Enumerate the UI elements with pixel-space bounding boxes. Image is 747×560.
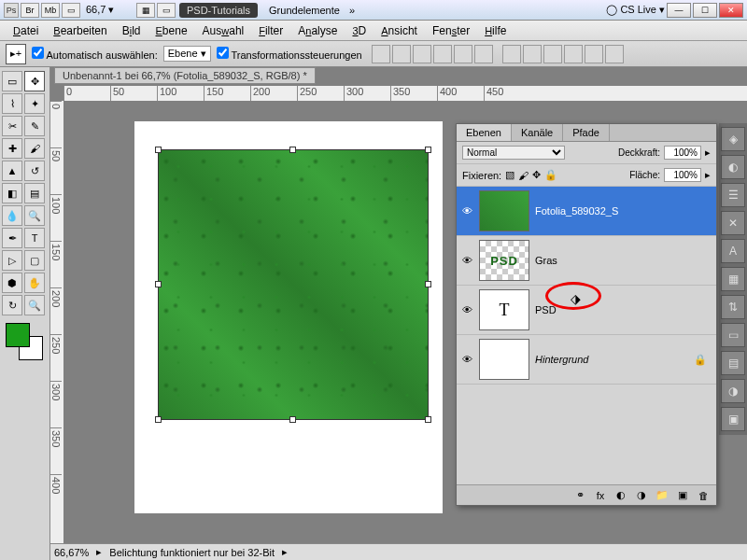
menu-bearbeiten[interactable]: Bearbeiten	[46, 24, 114, 37]
crop-tool[interactable]: ✂	[2, 116, 22, 136]
layer-name[interactable]: PSD	[535, 304, 557, 315]
move-tool[interactable]: ✥	[24, 71, 45, 91]
zoom-tool[interactable]: 🔍	[24, 295, 45, 315]
menu-fenster[interactable]: Fenster	[425, 24, 477, 37]
layer-row[interactable]: 👁 Hintergrund 🔒	[457, 335, 716, 385]
tab-ebenen[interactable]: Ebenen	[457, 124, 512, 141]
transform-handle[interactable]	[289, 416, 296, 423]
dock-layers-icon[interactable]: ◈	[721, 127, 745, 151]
layer-row[interactable]: 👁 T PSD	[457, 286, 716, 335]
menu-bild[interactable]: Bild	[115, 24, 148, 37]
marquee-tool[interactable]: ▭	[2, 71, 22, 91]
maximize-button[interactable]: ☐	[693, 3, 717, 18]
dock-clone-icon[interactable]: ⇅	[721, 295, 745, 319]
history-brush-tool[interactable]: ↺	[24, 161, 45, 181]
align-hcenter-icon[interactable]	[454, 45, 472, 63]
status-arrow-icon[interactable]: ▸	[96, 546, 102, 558]
new-layer-icon[interactable]: ▣	[675, 489, 690, 501]
status-flyout-icon[interactable]: ▸	[282, 546, 288, 558]
lock-transparency-icon[interactable]: ▧	[505, 169, 514, 181]
stamp-tool[interactable]: ▲	[2, 161, 22, 181]
brush-tool[interactable]: 🖌	[24, 138, 45, 159]
menu-auswahl[interactable]: Auswahl	[195, 24, 252, 37]
status-zoom[interactable]: 66,67%	[54, 547, 89, 558]
fill-flyout-icon[interactable]: ▸	[705, 169, 711, 181]
dist-1-icon[interactable]	[502, 45, 521, 63]
layer-thumb[interactable]: PSD	[479, 240, 529, 281]
dodge-tool[interactable]: 🔍	[24, 205, 45, 226]
tab-kanaele[interactable]: Kanäle	[512, 124, 563, 141]
path-select-tool[interactable]: ▷	[2, 250, 22, 271]
transform-handle[interactable]	[425, 416, 431, 423]
eraser-tool[interactable]: ◧	[2, 183, 22, 203]
shape-tool[interactable]: ▢	[24, 250, 45, 271]
menu-filter[interactable]: Filter	[251, 24, 290, 37]
dock-styles-icon[interactable]: A	[721, 239, 745, 263]
fill-value[interactable]: 100%	[664, 168, 701, 182]
cslive-button[interactable]: ◯ CS Live ▾	[606, 4, 665, 16]
blur-tool[interactable]: 💧	[2, 205, 22, 226]
transform-handle[interactable]	[289, 147, 296, 153]
blend-mode-select[interactable]: Normal	[462, 146, 565, 160]
hand-tool[interactable]: ✋	[24, 273, 45, 293]
close-button[interactable]: ✕	[719, 3, 743, 18]
healing-tool[interactable]: ✚	[2, 138, 22, 159]
transform-handle[interactable]	[425, 281, 431, 287]
layer-mask-icon[interactable]: ◐	[613, 489, 628, 501]
dist-4-icon[interactable]	[564, 45, 583, 63]
visibility-icon[interactable]: 👁	[460, 354, 473, 365]
3d-tool[interactable]: ⬢	[2, 273, 22, 293]
document-tab[interactable]: Unbenannt-1 bei 66,7% (Fotolia_589032_S,…	[54, 67, 316, 84]
dist-3-icon[interactable]	[543, 45, 562, 63]
more-workspaces-icon[interactable]: »	[349, 5, 355, 16]
fg-color[interactable]	[6, 323, 30, 347]
dock-info-icon[interactable]: ◑	[721, 379, 745, 403]
dock-history-icon[interactable]: ▭	[721, 323, 745, 347]
arrange-icon[interactable]: ▭	[157, 3, 176, 18]
dock-color-icon[interactable]: ◐	[721, 155, 745, 179]
lock-pixels-icon[interactable]: 🖌	[518, 170, 529, 181]
screen-mode-icon[interactable]: ▭	[62, 3, 80, 18]
align-right-icon[interactable]	[474, 45, 493, 63]
rotate-view-tool[interactable]: ↻	[2, 295, 22, 315]
bridge-icon[interactable]: Br	[21, 3, 39, 18]
layer-thumb[interactable]	[479, 339, 529, 380]
dist-6-icon[interactable]	[605, 45, 624, 63]
transform-handle[interactable]	[155, 147, 162, 153]
menu-ebene[interactable]: Ebene	[148, 24, 195, 37]
layer-row[interactable]: 👁 PSD Gras	[457, 236, 716, 286]
minimize-button[interactable]: —	[667, 3, 691, 18]
eyedropper-tool[interactable]: ✎	[24, 116, 45, 136]
workspace-grundelemente[interactable]: Grundelemente	[261, 3, 347, 18]
new-group-icon[interactable]: 📁	[655, 489, 669, 501]
menu-analyse[interactable]: Analyse	[290, 24, 345, 37]
transform-handle[interactable]	[155, 281, 162, 287]
zoom-display[interactable]: 66,7 ▾	[86, 4, 133, 16]
visibility-icon[interactable]: 👁	[460, 304, 473, 315]
menu-datei[interactable]: Datei	[6, 24, 46, 37]
align-vcenter-icon[interactable]	[392, 45, 411, 63]
layer-row[interactable]: 👁 Fotolia_589032_S	[457, 187, 716, 236]
align-bottom-icon[interactable]	[413, 45, 431, 63]
visibility-icon[interactable]: 👁	[460, 255, 473, 266]
auto-select-target[interactable]: Ebene ▾	[163, 46, 211, 62]
lock-position-icon[interactable]: ✥	[532, 169, 541, 181]
view-extras-icon[interactable]: ▦	[136, 3, 155, 18]
transform-handle[interactable]	[155, 416, 162, 423]
adjustment-layer-icon[interactable]: ◑	[634, 489, 649, 501]
auto-select-check[interactable]: Automatisch auswählen:	[32, 47, 158, 61]
align-left-icon[interactable]	[433, 45, 452, 63]
tab-pfade[interactable]: Pfade	[563, 124, 610, 141]
layer-thumb[interactable]: T	[479, 289, 529, 330]
lock-all-icon[interactable]: 🔒	[544, 169, 557, 181]
grass-layer-content[interactable]	[158, 149, 429, 420]
transform-handle[interactable]	[425, 147, 431, 153]
lasso-tool[interactable]: ⌇	[2, 93, 22, 114]
dist-2-icon[interactable]	[523, 45, 542, 63]
align-top-icon[interactable]	[372, 45, 390, 63]
pen-tool[interactable]: ✒	[2, 228, 22, 248]
dock-nav-icon[interactable]: ▣	[721, 407, 745, 431]
layer-fx-icon[interactable]: fx	[593, 490, 608, 501]
dock-swatches-icon[interactable]: ✕	[721, 211, 745, 235]
layer-thumb[interactable]	[479, 190, 529, 231]
